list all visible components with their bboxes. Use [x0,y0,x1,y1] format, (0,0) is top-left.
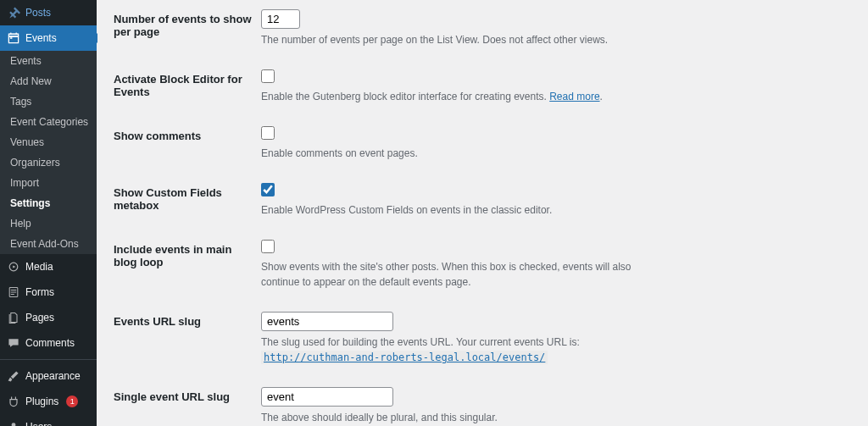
row-label: Number of events to show per page [114,0,261,60]
row-desc: The number of events per page on the Lis… [261,32,668,47]
sidebar-item-media[interactable]: Media [0,254,97,279]
row-label: Single event URL slug [114,378,261,426]
events-url-link[interactable]: http://cuthman-and-roberts-legal.local/e… [261,351,548,364]
settings-content: Number of events to show per page The nu… [97,0,868,426]
row-label: Show comments [114,117,261,174]
pin-icon [7,6,20,19]
sidebar-sub-event-add-ons[interactable]: Event Add-Ons [0,234,97,254]
sidebar-sub-events-events[interactable]: Events [0,51,97,71]
sidebar-item-appearance[interactable]: Appearance [0,363,97,389]
svg-rect-1 [10,37,12,39]
sidebar-sub-tags[interactable]: Tags [0,91,97,112]
custom-fields-checkbox[interactable] [261,183,275,196]
sidebar-sub-import[interactable]: Import [0,173,97,193]
sidebar-item-label: Comments [25,337,75,349]
row-desc: Enable WordPress Custom Fields on events… [261,202,668,218]
sidebar-sub-help[interactable]: Help [0,213,97,234]
comments-checkbox[interactable] [261,126,275,140]
chevron-right-icon [97,33,102,43]
admin-sidebar: Posts Events Events Add New Tags Event C… [0,0,97,426]
media-icon [7,260,20,274]
sidebar-sub-settings[interactable]: Settings [0,193,97,213]
block-editor-checkbox[interactable] [261,69,275,83]
row-desc: The slug used for building the events UR… [261,335,668,365]
row-label: Activate Block Editor for Events [114,60,261,117]
row-desc: Show events with the site's other posts.… [261,259,668,290]
brush-icon [7,369,20,383]
sidebar-sub-add-new[interactable]: Add New [0,71,97,91]
sidebar-sub-organizers[interactable]: Organizers [0,152,97,173]
sidebar-item-label: Posts [25,7,51,19]
sidebar-sub-event-categories[interactable]: Event Categories [0,112,97,132]
read-more-link[interactable]: Read more [549,91,599,102]
row-label: Show Custom Fields metabox [114,174,261,230]
user-icon [7,420,20,426]
sidebar-item-events[interactable]: Events [0,25,97,51]
sidebar-sub-venues[interactable]: Venues [0,132,97,152]
sidebar-item-label: Events [25,32,57,44]
sidebar-item-comments[interactable]: Comments [0,330,97,356]
update-badge: 1 [66,396,78,407]
sidebar-item-label: Forms [25,286,54,298]
sidebar-sub-events: Events Add New Tags Event Categories Ven… [0,51,97,254]
row-desc: Enable comments on event pages. [261,146,668,161]
row-desc: Enable the Gutenberg block editor interf… [261,89,668,104]
sidebar-item-label: Pages [25,312,54,324]
comments-icon [7,336,20,350]
plugin-icon [7,395,20,408]
sidebar-item-label: Plugins [25,396,58,407]
forms-icon [7,285,20,299]
sidebar-item-posts[interactable]: Posts [0,0,97,25]
row-label: Include events in main blog loop [114,230,261,302]
row-label: Events URL slug [114,302,261,378]
sidebar-item-label: Appearance [25,370,81,382]
sidebar-item-plugins[interactable]: Plugins 1 [0,389,97,414]
single-slug-input[interactable] [261,387,393,407]
sidebar-item-pages[interactable]: Pages [0,305,97,330]
sidebar-item-users[interactable]: Users [0,414,97,426]
sidebar-item-label: Media [25,261,53,273]
sidebar-item-forms[interactable]: Forms [0,279,97,305]
calendar-icon [7,31,20,45]
sidebar-item-label: Users [25,421,52,426]
pages-icon [7,311,20,324]
num-events-input[interactable] [261,9,300,29]
row-desc: The above should ideally be plural, and … [261,410,668,425]
svg-point-4 [12,423,16,426]
blog-loop-checkbox[interactable] [261,240,275,253]
events-slug-input[interactable] [261,312,393,331]
